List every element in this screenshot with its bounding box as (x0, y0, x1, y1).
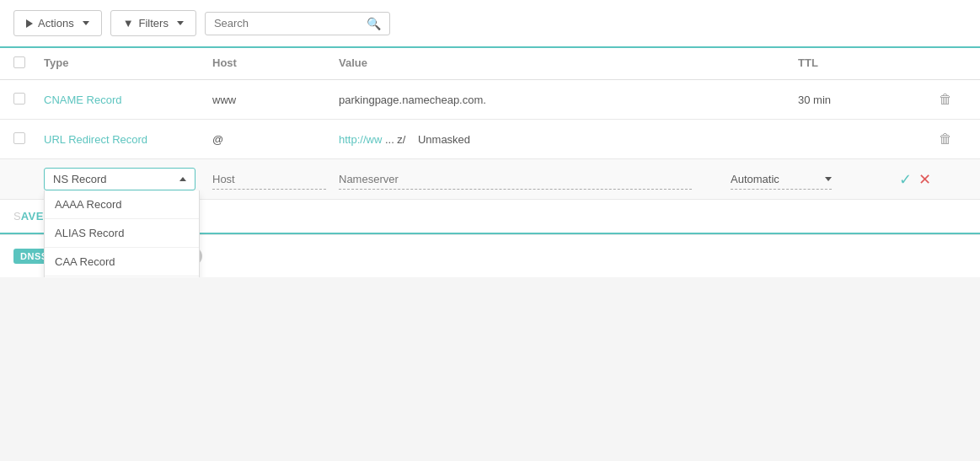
row1-ttl: 30 min (798, 94, 924, 106)
filters-caret-icon (177, 21, 184, 25)
row2-unmasked: Unmasked (418, 133, 470, 146)
ns-nameserver-input[interactable] (339, 169, 692, 190)
ns-ttl-value: Automatic (731, 173, 779, 185)
header-value: Value (339, 56, 798, 71)
row2-value: http://ww ... z/ Unmasked (339, 133, 798, 146)
filter-icon: ▼ (123, 17, 134, 29)
row1-type: CNAME Record (44, 94, 212, 106)
actions-label: Actions (38, 17, 74, 29)
ns-ttl-caret-icon (825, 177, 832, 181)
actions-button[interactable]: Actions (13, 10, 102, 36)
row2-delete-icon[interactable]: 🗑 (924, 131, 967, 147)
ns-host-col (212, 169, 339, 190)
header-ttl: TTL (798, 56, 924, 71)
table-row: CNAME Record www parkingpage.namecheap.c… (0, 80, 980, 120)
ns-host-input[interactable] (212, 169, 326, 190)
ns-nameserver-col (339, 169, 731, 190)
ns-type-caret-icon (179, 177, 186, 181)
row1-checkbox[interactable] (13, 93, 25, 105)
ns-cancel-button[interactable]: ✕ (918, 170, 931, 189)
row1-type-link[interactable]: CNAME Record (44, 94, 121, 106)
filters-label: Filters (139, 17, 169, 29)
select-all-checkbox[interactable] (13, 56, 25, 68)
header-actions-col (924, 56, 967, 71)
save-prefix: S (13, 210, 21, 222)
ns-type-select: NS Record AAAA Record ALIAS Record CAA R… (44, 168, 212, 190)
search-input[interactable] (214, 17, 367, 29)
row1-delete-icon[interactable]: 🗑 (924, 92, 967, 107)
dropdown-item-alias[interactable]: ALIAS Record (45, 219, 199, 248)
ns-confirm-button[interactable]: ✓ (899, 170, 912, 189)
ns-type-label: NS Record (53, 173, 107, 185)
header-type: Type (44, 56, 212, 71)
search-box: 🔍 (205, 12, 390, 35)
header-host: Host (212, 56, 339, 71)
table-header: Type Host Value TTL (0, 48, 980, 80)
play-icon (26, 19, 33, 28)
dns-table: Type Host Value TTL CNAME Record www par… (0, 46, 980, 234)
search-icon[interactable]: 🔍 (367, 17, 381, 30)
row2-type-link[interactable]: URL Redirect Record (44, 133, 147, 146)
ns-type-button[interactable]: NS Record (44, 168, 195, 190)
toolbar: Actions ▼ Filters 🔍 (0, 0, 980, 46)
ns-ttl-select[interactable]: Automatic (731, 169, 832, 190)
filters-button[interactable]: ▼ Filters (110, 10, 196, 36)
actions-caret-icon (83, 21, 89, 25)
ns-type-dropdown: AAAA Record ALIAS Record CAA Record CNAM… (44, 190, 200, 277)
ns-action-buttons: ✓ ✕ (899, 170, 967, 189)
row1-host: www (212, 94, 339, 106)
row1-checkbox-col (13, 93, 44, 107)
header-checkbox-col (13, 56, 44, 71)
dropdown-scroll: AAAA Record ALIAS Record CAA Record CNAM… (45, 190, 199, 277)
row2-type: URL Redirect Record (44, 133, 212, 146)
dropdown-item-cname[interactable]: CNAME Record (45, 276, 199, 277)
dropdown-item-caa[interactable]: CAA Record (45, 248, 199, 276)
row2-value-suffix: ... z/ (385, 133, 406, 146)
ns-edit-row: NS Record AAAA Record ALIAS Record CAA R… (0, 159, 980, 200)
table-row: URL Redirect Record @ http://ww ... z/ U… (0, 120, 980, 159)
dropdown-item-aaaa[interactable]: AAAA Record (45, 190, 199, 219)
row2-value-link[interactable]: http://ww (339, 133, 382, 146)
row1-value: parkingpage.namecheap.com. (339, 94, 798, 106)
row2-checkbox-col (13, 132, 44, 147)
row2-host: @ (212, 133, 339, 146)
row2-checkbox[interactable] (13, 132, 25, 144)
